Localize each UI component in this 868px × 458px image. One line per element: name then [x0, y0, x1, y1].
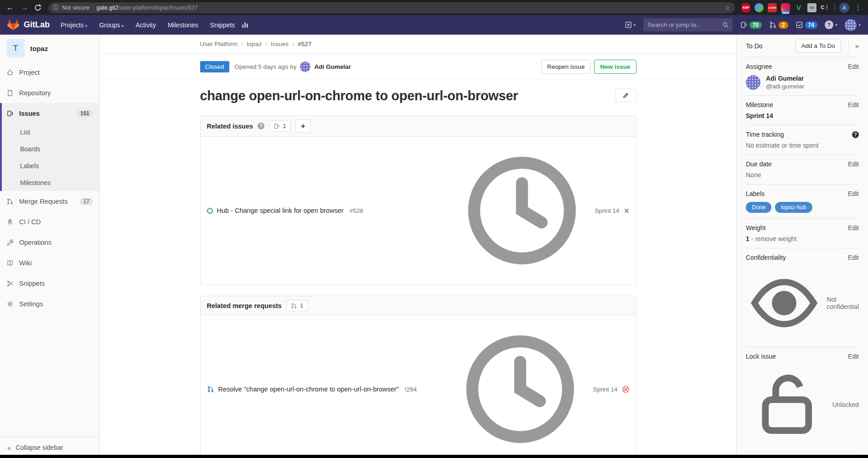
milestone-block: MilestoneEdit Sprint 14 [746, 96, 859, 125]
sidebar-item-settings[interactable]: Settings [0, 293, 99, 314]
sidebar-item-label: Project [19, 69, 40, 76]
merge-request-icon [769, 21, 777, 29]
breadcrumb-item[interactable]: Issues [271, 41, 289, 47]
sidebar-item-operations[interactable]: Operations [0, 232, 99, 252]
browser-menu-icon[interactable]: ⋮ [853, 4, 863, 12]
mr-closed-icon[interactable] [622, 386, 630, 393]
site-info-icon[interactable]: ⓘ [53, 4, 59, 12]
gitlab-brand[interactable]: GitLab [24, 20, 50, 30]
labels-edit-button[interactable]: Edit [848, 190, 859, 197]
search-input[interactable] [643, 18, 733, 31]
gear-icon [6, 300, 14, 308]
time-tracking-value: No estimate or time spent [746, 142, 859, 149]
related-mrs-card: Related merge requests 1 Resolve "change… [200, 296, 636, 458]
milestone-edit-button[interactable]: Edit [848, 101, 859, 108]
remove-related-issue-icon[interactable] [624, 208, 630, 214]
sidebar-item-label: Operations [19, 239, 52, 246]
cors-extension-icon[interactable]: CORS [768, 3, 777, 12]
sidebar-item-wiki[interactable]: Wiki [0, 252, 99, 273]
bookmark-star-icon[interactable]: ☆ [724, 4, 730, 11]
nav-link-projects[interactable]: Projects▾ [61, 21, 88, 29]
chart-icon[interactable] [241, 21, 249, 29]
breadcrumb-item[interactable]: #527 [298, 41, 311, 47]
address-bar[interactable]: ⓘ Not secure gate.git2/user-platform/top… [48, 2, 735, 13]
eye-icon [746, 265, 822, 341]
merge-requests-counter[interactable]: 2 [769, 21, 788, 29]
time-tracking-block: Time tracking? No estimate or time spent [746, 125, 859, 155]
sidebar-item-repository[interactable]: Repository [0, 82, 99, 103]
issues-icon [740, 21, 748, 29]
breadcrumb-item[interactable]: User Platform [200, 41, 238, 47]
project-header[interactable]: T topaz [0, 35, 99, 60]
due-date-edit-button[interactable]: Edit [848, 160, 859, 168]
edit-title-button[interactable] [615, 88, 636, 102]
sidebar-subitem-labels[interactable]: Labels [2, 157, 99, 174]
lock-edit-button[interactable]: Edit [848, 353, 859, 360]
time-tracking-help-icon[interactable]: ? [852, 131, 859, 138]
sidebar-subitem-boards[interactable]: Boards [2, 140, 99, 157]
sidebar-item-ci-cd[interactable]: CI / CD [0, 211, 99, 232]
sidebar-item-label: Merge Requests [19, 198, 67, 205]
related-issue-title[interactable]: Hub - Change special link for open brows… [217, 207, 344, 214]
sidebar-item-project[interactable]: Project [0, 62, 99, 82]
browser-reload-icon[interactable] [34, 4, 42, 12]
assignee-edit-button[interactable]: Edit [848, 63, 859, 70]
nav-link-snippets[interactable]: Snippets [210, 21, 235, 29]
author-avatar[interactable] [300, 62, 310, 72]
nav-link-groups[interactable]: Groups▾ [99, 21, 124, 29]
assignee-avatar[interactable] [746, 75, 760, 90]
add-todo-button[interactable]: Add a To Do [796, 39, 841, 53]
browser-forward-icon[interactable]: → [19, 3, 30, 12]
gitlab-logo[interactable] [7, 19, 19, 31]
sidebar-item-merge-requests[interactable]: Merge Requests17 [0, 191, 99, 211]
sidebar-item-snippets[interactable]: Snippets [0, 273, 99, 293]
vimium-extension-icon[interactable]: V [794, 3, 803, 12]
omnibox-divider [93, 5, 93, 11]
help-menu[interactable]: ?▾ [825, 21, 837, 29]
label-pill-done[interactable]: Done [746, 202, 771, 213]
new-issue-button[interactable]: New issue [594, 60, 636, 74]
globe-extension-icon[interactable] [754, 3, 764, 12]
add-related-issue-button[interactable]: + [295, 119, 311, 133]
nav-link-activity[interactable]: Activity [136, 21, 156, 29]
url-text: gate.git2/user-platform/topaz/issues/527 [96, 5, 197, 11]
adblock-extension-icon[interactable]: ABP [741, 3, 750, 12]
related-issues-heading: Related issues [207, 123, 253, 130]
project-name: topaz [30, 45, 48, 52]
related-mr-id[interactable]: !294 [405, 386, 417, 393]
issues-counter[interactable]: 70 [740, 21, 762, 29]
weight-edit-button[interactable]: Edit [848, 224, 859, 232]
nav-link-milestones[interactable]: Milestones [168, 21, 198, 29]
author-name[interactable]: Adi Gumelar [314, 63, 351, 70]
colorzilla-extension-icon[interactable]: C⋮ [821, 3, 830, 12]
issue-main: User Platform›topaz›Issues›#527 Closed O… [100, 35, 736, 458]
label-pill-topaz-hub[interactable]: topaz-hub [775, 202, 812, 213]
reopen-issue-button[interactable]: Reopen issue [541, 60, 591, 74]
breadcrumb-item[interactable]: topaz [247, 41, 262, 47]
related-mr-row: Resolve "change open-url-on-chrome to op… [201, 315, 636, 458]
sidebar-subitem-milestones[interactable]: Milestones [2, 174, 99, 191]
browser-profile-avatar[interactable]: A [839, 3, 849, 13]
confidentiality-value: Not confidential [827, 296, 859, 310]
selenium-extension-icon[interactable]: Se [807, 3, 816, 12]
issue-icon [6, 110, 14, 117]
due-date-block: Due dateEdit None [746, 155, 859, 185]
confidentiality-edit-button[interactable]: Edit [848, 254, 859, 261]
user-menu[interactable]: ▾ [845, 19, 861, 31]
sidebar-item-issues[interactable]: Issues151 [2, 103, 99, 124]
issue-sidebar: To Do Add a To Do » AssigneeEdit Adi Gum… [736, 35, 868, 458]
browser-back-icon[interactable]: ← [5, 3, 16, 12]
sidebar-subitem-list[interactable]: List [2, 124, 99, 140]
instagram-extension-icon[interactable]: New [781, 3, 790, 12]
collapse-issue-sidebar-icon[interactable]: » [853, 42, 859, 50]
sidebar-item-label: Issues [19, 110, 40, 117]
assignee-name[interactable]: Adi Gumelar [766, 75, 804, 82]
related-issue-id[interactable]: #528 [350, 207, 363, 214]
remove-weight-link[interactable]: - remove weight [749, 235, 796, 242]
todos-counter[interactable]: 74 [796, 21, 817, 29]
weight-block: WeightEdit 1 - remove weight [746, 219, 859, 248]
new-menu-button[interactable]: ▾ [625, 21, 636, 29]
related-mr-title[interactable]: Resolve "change open-url-on-chrome to op… [218, 386, 399, 393]
milestone-value[interactable]: Sprint 14 [746, 112, 859, 119]
related-issues-help-icon[interactable]: ? [258, 123, 264, 129]
